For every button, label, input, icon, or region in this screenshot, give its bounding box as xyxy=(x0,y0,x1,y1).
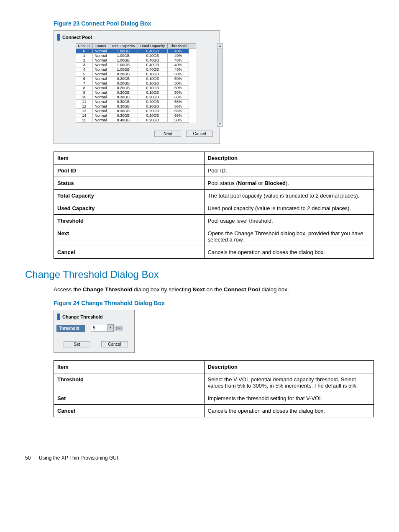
title-accent-icon xyxy=(57,34,60,41)
figure23-desc-table: ItemDescriptionPool IDPool ID.StatusPool… xyxy=(54,152,374,259)
footer-section: Using the XP Thin Provisioning GUI xyxy=(39,455,118,461)
table-row: Pool IDPool ID. xyxy=(54,164,374,177)
table-row[interactable]: 6Normal0.20GB0.10GB50% xyxy=(76,77,196,81)
page-footer: 50 Using the XP Thin Provisioning GUI xyxy=(25,455,374,461)
threshold-select[interactable]: 5 xyxy=(91,325,107,332)
table-row[interactable]: 15Normal0.40GB0.20GB50% xyxy=(76,118,196,123)
table-row[interactable]: 3Normal1.00GB0.40GB40% xyxy=(76,63,196,67)
column-header: Description xyxy=(204,361,373,373)
figure24-caption: Figure 24 Change Threshold Dialog Box xyxy=(25,300,374,306)
column-header: Item xyxy=(54,361,205,373)
table-row[interactable]: 4Normal1.00GB0.40GB40% xyxy=(76,67,196,72)
set-button[interactable]: Set xyxy=(64,341,90,347)
cancel-button[interactable]: Cancel xyxy=(101,341,128,347)
change-threshold-dialog: Change Threshold Threshold 5 ▼ (%) Set C… xyxy=(54,310,135,353)
table-row[interactable]: 10Normal0.30GB0.20GB66% xyxy=(76,95,196,100)
table-row: CancelCancels the operation and closes t… xyxy=(54,405,374,417)
table-row[interactable]: 5Normal0.20GB0.10GB50% xyxy=(76,72,196,77)
column-header[interactable]: Threshold xyxy=(167,44,189,49)
page-number: 50 xyxy=(25,455,31,461)
table-row: ThresholdPool usage level threshold. xyxy=(54,215,374,227)
table-row[interactable]: 12Normal0.30GB0.20GB66% xyxy=(76,104,196,109)
scrollbar[interactable]: ▲ ▼ xyxy=(217,43,223,127)
table-row: ThresholdSelect the V-VOL potential dema… xyxy=(54,373,374,392)
column-header[interactable]: Status xyxy=(92,44,109,49)
figure23-caption: Figure 23 Connect Pool Dialog Box xyxy=(25,20,374,27)
dialog-title: Change Threshold xyxy=(62,314,103,319)
table-row: CancelCancels the operation and closes t… xyxy=(54,246,374,259)
change-threshold-heading: Change Threshold Dialog Box xyxy=(25,269,374,280)
threshold-unit: (%) xyxy=(115,326,123,331)
column-header[interactable]: Pool ID xyxy=(76,44,93,49)
dialog-title: Connect Pool xyxy=(62,35,92,40)
pool-table[interactable]: Pool IDStatusTotal CapacityUsed Capacity… xyxy=(76,43,196,123)
title-accent-icon xyxy=(57,314,60,320)
figure24-desc-table: ItemDescriptionThresholdSelect the V-VOL… xyxy=(54,360,374,417)
table-row: Total CapacityThe total pool capacity (v… xyxy=(54,190,374,202)
corner-cell xyxy=(189,44,196,49)
table-row: NextOpens the Change Threshold dialog bo… xyxy=(54,227,374,246)
chevron-down-icon[interactable]: ▼ xyxy=(107,324,114,332)
table-row[interactable]: 13Normal0.30GB0.20GB66% xyxy=(76,109,196,113)
column-header: Description xyxy=(204,152,373,164)
column-header: Item xyxy=(54,152,205,164)
next-button[interactable]: Next xyxy=(154,131,181,137)
table-row[interactable]: 14Normal0.30GB0.20GB66% xyxy=(76,113,196,118)
cancel-button[interactable]: Cancel xyxy=(186,131,213,137)
table-row[interactable]: 11Normal0.30GB0.20GB66% xyxy=(76,100,196,104)
change-threshold-intro: Access the Change Threshold dialog box b… xyxy=(25,285,374,294)
table-row: SetImplements the threshold setting for … xyxy=(54,392,374,405)
column-header[interactable]: Used Capacity xyxy=(138,44,167,49)
table-row[interactable]: 7Normal0.20GB0.10GB50% xyxy=(76,81,196,86)
scroll-down-icon[interactable]: ▼ xyxy=(217,121,223,127)
table-row[interactable]: 8Normal0.20GB0.10GB50% xyxy=(76,86,196,90)
table-row[interactable]: 1Normal1.00GB0.40GB40% xyxy=(76,54,196,58)
table-row[interactable]: 2Normal1.00GB0.40GB40% xyxy=(76,58,196,63)
threshold-label: Threshold xyxy=(56,325,85,332)
column-header[interactable]: Total Capacity xyxy=(109,44,138,49)
connect-pool-dialog: Connect Pool Pool IDStatusTotal Capacity… xyxy=(54,30,220,144)
scroll-up-icon[interactable]: ▲ xyxy=(217,43,223,49)
table-row: StatusPool status (Normal or Blocked). xyxy=(54,177,374,190)
table-row[interactable]: 0Normal1.00GB0.40GB40% xyxy=(76,49,196,54)
table-row: Used CapacityUsed pool capacity (value i… xyxy=(54,202,374,215)
table-row[interactable]: 9Normal0.20GB0.10GB50% xyxy=(76,90,196,95)
